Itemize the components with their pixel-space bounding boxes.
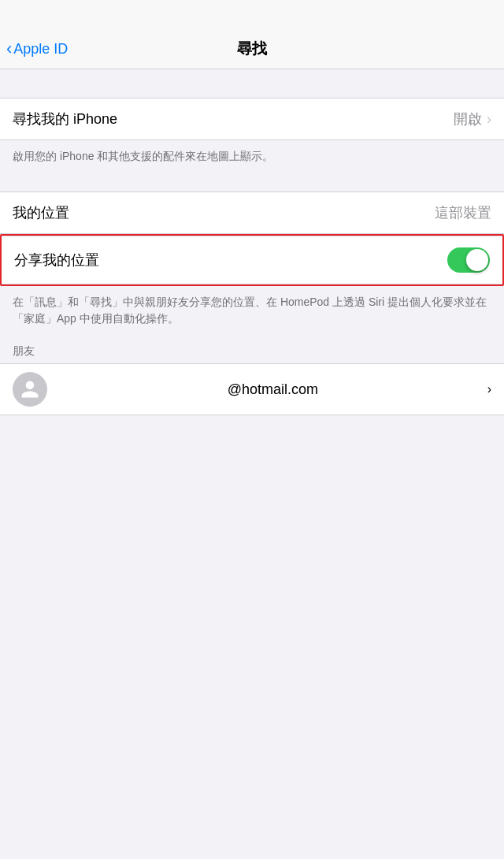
friend-chevron-icon: › [487, 382, 491, 396]
my-location-section: 我的位置 這部裝置 [0, 192, 504, 234]
toggle-track [447, 247, 490, 273]
person-icon [20, 379, 40, 400]
my-location-value-container: 這部裝置 [435, 203, 491, 222]
gap-1 [0, 176, 504, 192]
find-iphone-row[interactable]: 尋找我的 iPhone 開啟 › [0, 99, 504, 139]
find-iphone-value: 開啟 [454, 110, 482, 128]
friends-section: @hotmail.com › [0, 363, 504, 415]
my-location-row[interactable]: 我的位置 這部裝置 [0, 192, 504, 233]
share-location-section: 分享我的位置 [2, 236, 502, 284]
find-iphone-section: 尋找我的 iPhone 開啟 › [0, 98, 504, 140]
find-iphone-value-container: 開啟 › [454, 110, 491, 128]
page-title: 尋找 [0, 39, 504, 59]
back-chevron-icon: ‹ [6, 39, 12, 59]
share-location-label: 分享我的位置 [14, 251, 99, 270]
back-label: Apple ID [13, 41, 68, 58]
share-location-highlight-box: 分享我的位置 [0, 234, 504, 286]
bottom-area [0, 415, 504, 573]
find-iphone-description: 啟用您的 iPhone 和其他支援的配件來在地圖上顯示。 [0, 140, 504, 176]
friend-row[interactable]: @hotmail.com › [0, 364, 504, 415]
find-iphone-chevron-icon: › [487, 111, 491, 128]
friend-email: @hotmail.com [58, 381, 487, 398]
my-location-value: 這部裝置 [435, 203, 491, 222]
share-location-description: 在「訊息」和「尋找」中與親朋好友分享您的位置、在 HomePod 上透過 Sir… [0, 286, 504, 338]
friends-section-header: 朋友 [0, 338, 504, 363]
friend-avatar [13, 372, 47, 407]
share-location-row[interactable]: 分享我的位置 [2, 236, 502, 284]
top-gap [0, 69, 504, 98]
navigation-bar: ‹ Apple ID 尋找 [0, 0, 504, 69]
find-iphone-label: 尋找我的 iPhone [13, 110, 117, 128]
share-location-toggle[interactable] [447, 247, 490, 273]
back-button[interactable]: ‹ Apple ID [0, 39, 68, 59]
toggle-thumb [466, 249, 488, 271]
my-location-label: 我的位置 [13, 203, 69, 222]
